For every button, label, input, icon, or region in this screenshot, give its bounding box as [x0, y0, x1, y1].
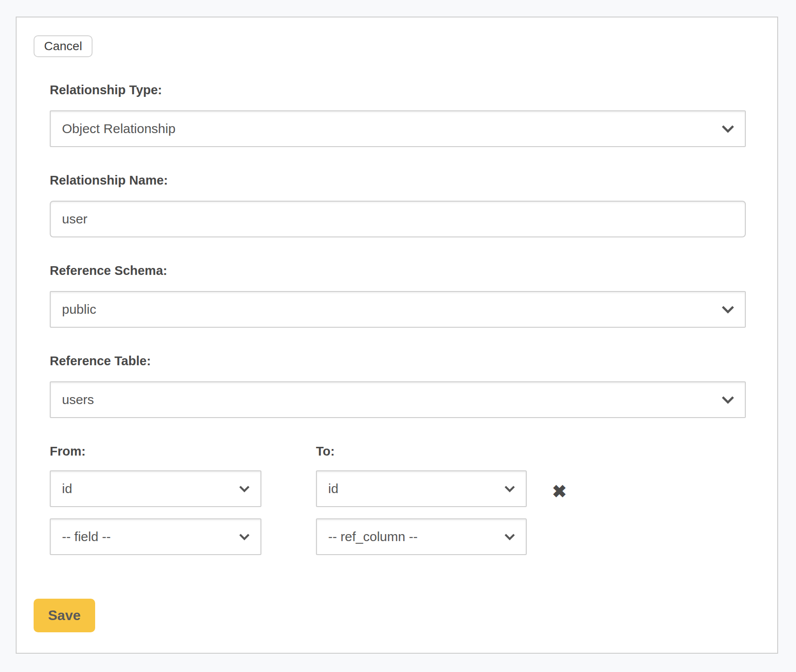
chevron-down-icon	[721, 396, 734, 404]
to-column-select[interactable]: id	[316, 470, 527, 507]
reference-schema-label: Reference Schema:	[50, 264, 746, 277]
reference-schema-group: Reference Schema: public	[50, 264, 746, 328]
chevron-down-icon	[239, 533, 250, 541]
reference-schema-value: public	[62, 302, 96, 317]
times-icon: ✖	[552, 482, 567, 501]
relationship-type-select[interactable]: Object Relationship	[50, 110, 746, 147]
to-label: To:	[316, 445, 527, 458]
column-mapping-section: From: id -- field -- To: id	[50, 445, 746, 555]
to-column-value: id	[328, 481, 338, 496]
reference-table-select[interactable]: users	[50, 381, 746, 418]
relationship-type-label: Relationship Type:	[50, 84, 746, 96]
relationship-form: Relationship Type: Object Relationship R…	[50, 84, 746, 555]
chevron-down-icon	[239, 485, 250, 493]
chevron-down-icon	[504, 485, 515, 493]
reference-table-label: Reference Table:	[50, 355, 746, 367]
from-label: From:	[50, 445, 261, 458]
save-button[interactable]: Save	[34, 599, 95, 632]
chevron-down-icon	[504, 533, 515, 541]
cancel-button[interactable]: Cancel	[34, 35, 93, 57]
chevron-down-icon	[721, 305, 734, 314]
from-column-select[interactable]: id	[50, 470, 261, 507]
to-ref-column-value: -- ref_column --	[328, 529, 418, 544]
reference-table-value: users	[62, 392, 94, 407]
from-field-select[interactable]: -- field --	[50, 518, 261, 555]
relationship-name-input[interactable]	[50, 201, 746, 237]
chevron-down-icon	[721, 125, 734, 133]
to-column: To: id -- ref_column --	[316, 445, 527, 555]
remove-column-mapping-button[interactable]: ✖	[552, 483, 567, 500]
reference-schema-select[interactable]: public	[50, 291, 746, 328]
reference-table-group: Reference Table: users	[50, 355, 746, 418]
to-ref-column-select[interactable]: -- ref_column --	[316, 518, 527, 555]
add-relationship-panel: Cancel Relationship Type: Object Relatio…	[16, 17, 778, 654]
relationship-name-group: Relationship Name:	[50, 174, 746, 237]
from-column: From: id -- field --	[50, 445, 261, 555]
relationship-type-value: Object Relationship	[62, 121, 175, 136]
from-field-value: -- field --	[62, 529, 111, 544]
from-column-value: id	[62, 481, 72, 496]
relationship-name-label: Relationship Name:	[50, 174, 746, 187]
relationship-type-group: Relationship Type: Object Relationship	[50, 84, 746, 147]
